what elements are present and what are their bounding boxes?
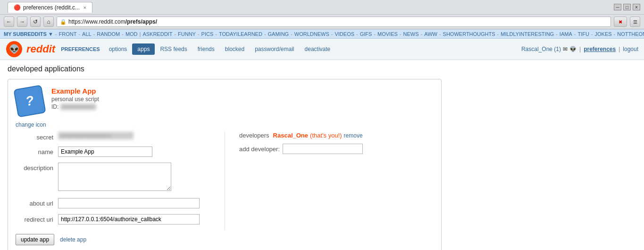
tab-favicon: 🔴	[14, 4, 20, 11]
extensions-button[interactable]: ✖	[614, 17, 627, 27]
reddit-logo[interactable]: 👽 reddit	[6, 41, 55, 58]
redirect-uri-input[interactable]	[58, 214, 200, 224]
delete-app-link[interactable]: delete app	[60, 236, 86, 243]
address-bar[interactable]: 🔒 https://www.reddit.com/prefs/apps/	[57, 17, 611, 27]
mail-icon[interactable]: ✉	[563, 46, 568, 52]
form-right: developers Rascal_One (that's you!) remo…	[225, 132, 434, 230]
subreddit-link-all[interactable]: ALL	[82, 31, 92, 37]
name-input[interactable]	[58, 147, 152, 157]
subreddit-link-worldnews[interactable]: WORLDNEWS	[294, 31, 329, 37]
app-id-value: ••••••••••••••	[60, 103, 96, 110]
sep: -	[556, 31, 558, 37]
subreddit-link-pics[interactable]: PICS	[201, 31, 214, 37]
close-button[interactable]: ×	[633, 4, 640, 10]
subreddit-link-askreddit[interactable]: ASKREDDIT	[142, 31, 172, 37]
app-card: ? Example App personal use script ID: ••…	[8, 79, 442, 250]
back-button[interactable]: ←	[4, 17, 14, 27]
add-developer-label: add developer:	[239, 146, 280, 153]
tab-blocked[interactable]: blocked	[220, 43, 250, 55]
username-text: Rascal_One	[521, 46, 552, 52]
forward-button[interactable]: →	[17, 17, 27, 27]
secret-value: ••••••••••••••••••••••••••••	[58, 132, 134, 139]
sep: -	[291, 31, 293, 37]
subreddit-link-front[interactable]: FRONT	[59, 31, 77, 37]
redirect-uri-field-row: redirect uri	[16, 214, 210, 224]
snoo-icon: 👽	[6, 41, 23, 58]
subreddit-link-jokes[interactable]: JOKES	[595, 31, 612, 37]
sep: -	[574, 31, 576, 37]
subreddit-link-nottheonion[interactable]: NOTTHEONION	[617, 31, 644, 37]
developers-label: developers	[239, 132, 269, 139]
home-button[interactable]: ⌂	[43, 17, 54, 27]
subreddit-link-mildlyinteresting[interactable]: MILDLYINTERESTING	[501, 31, 554, 37]
tab-password-email[interactable]: password/email	[250, 43, 299, 55]
subreddit-link-gifs[interactable]: GIFS	[360, 31, 372, 37]
name-input-container	[58, 147, 210, 157]
browser-tab[interactable]: 🔴 preferences (reddit.c... ×	[8, 2, 92, 13]
secret-field-row: secret ••••••••••••••••••••••••••••	[16, 132, 210, 141]
subreddit-link-funny[interactable]: FUNNY	[178, 31, 196, 37]
yours-text-label: (that's you!)	[310, 132, 342, 139]
menu-button[interactable]: ☰	[630, 17, 640, 27]
sep: -	[122, 31, 124, 37]
subreddit-link-movies[interactable]: MOVIES	[377, 31, 398, 37]
prefs-nav: PREFERENCES options apps RSS feeds frien…	[61, 43, 335, 55]
tab-options[interactable]: options	[104, 43, 133, 55]
add-developer-input[interactable]	[283, 144, 363, 154]
form-left: secret •••••••••••••••••••••••••••• name…	[16, 132, 225, 230]
sep: -	[400, 31, 401, 37]
remove-developer-link[interactable]: remove	[344, 132, 363, 139]
subreddit-link-todayilearned[interactable]: TODAYILEARNED	[219, 31, 262, 37]
sep: -	[439, 31, 441, 37]
maximize-button[interactable]: □	[623, 4, 631, 10]
subreddit-link-gaming[interactable]: GAMING	[268, 31, 289, 37]
change-icon-link[interactable]: change icon	[16, 121, 46, 128]
tab-close-button[interactable]: ×	[84, 5, 86, 10]
user-info: Rascal_One (1) ✉ 👽 | preferences | logou…	[521, 46, 638, 52]
sep: -	[374, 31, 376, 37]
separator: |	[619, 46, 620, 52]
my-subreddits-label[interactable]: MY SUBREDDITS ▼	[4, 31, 53, 37]
tab-apps[interactable]: apps	[132, 43, 155, 55]
about-url-input[interactable]	[58, 198, 200, 208]
ssl-lock-icon: 🔒	[60, 19, 67, 25]
tab-rss-feeds[interactable]: RSS feeds	[155, 43, 192, 55]
minimize-button[interactable]: ─	[614, 4, 621, 10]
about-url-label: about url	[16, 198, 58, 207]
sep: -	[93, 31, 95, 37]
url-prefix: https://www.reddit.com	[68, 18, 125, 25]
description-input[interactable]	[58, 163, 171, 191]
app-id-label: ID:	[51, 103, 59, 110]
subreddit-link-tifu[interactable]: TIFU	[577, 31, 589, 37]
update-app-button[interactable]: update app	[16, 234, 54, 245]
secret-value-container: ••••••••••••••••••••••••••••	[58, 132, 210, 139]
subreddit-link-videos[interactable]: VIDEOS	[335, 31, 354, 37]
name-label: name	[16, 147, 58, 155]
form-section: secret •••••••••••••••••••••••••••• name…	[16, 132, 434, 230]
subreddit-link-random[interactable]: RANDOM	[97, 31, 120, 37]
separator: -	[55, 31, 57, 37]
reload-button[interactable]: ↺	[30, 17, 41, 27]
subreddit-link-mod[interactable]: MOD	[125, 31, 138, 37]
username-link[interactable]: Rascal_One (1)	[521, 46, 561, 52]
tab-title: preferences (reddit.c...	[23, 4, 80, 11]
redirect-uri-input-container	[58, 214, 210, 224]
about-url-field-row: about url	[16, 198, 210, 208]
sep: -	[264, 31, 266, 37]
preferences-link[interactable]: preferences	[584, 46, 616, 52]
app-name[interactable]: Example App	[51, 87, 434, 95]
logout-link[interactable]: logout	[623, 46, 638, 52]
reddit-logo-text: reddit	[26, 43, 55, 55]
developer-name[interactable]: Rascal_One	[273, 132, 308, 139]
app-id-row: ID: ••••••••••••••	[51, 103, 434, 110]
subreddit-link-news[interactable]: NEWS	[403, 31, 419, 37]
subreddit-link-aww[interactable]: AWW	[424, 31, 437, 37]
tab-deactivate[interactable]: deactivate	[300, 43, 336, 55]
subreddit-link-showerthoughts[interactable]: SHOWERTHOUGHTS	[443, 31, 495, 37]
svg-text:👽: 👽	[9, 44, 20, 54]
tab-friends[interactable]: friends	[192, 43, 220, 55]
app-header: ? Example App personal use script ID: ••…	[16, 87, 434, 115]
subreddit-link-iama[interactable]: IAMA	[560, 31, 572, 37]
yours-text: (that's you!)	[310, 132, 342, 139]
preferences-nav-label: PREFERENCES	[61, 46, 100, 52]
